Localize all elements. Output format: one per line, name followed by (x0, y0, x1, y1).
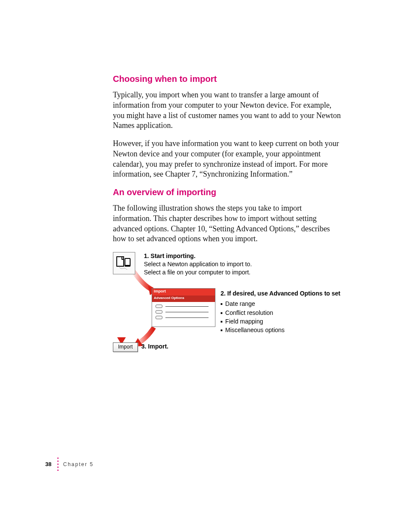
import-button[interactable]: Import (113, 342, 138, 352)
step-1-line: Select a Newton application to import to… (144, 261, 252, 268)
step-2-item: Field mapping (221, 317, 340, 326)
step-1-text: 1. Start importing. Select a Newton appl… (144, 252, 252, 277)
step-3-text: 3. Import. (141, 343, 168, 350)
body-paragraph: The following illustration shows the ste… (113, 203, 341, 244)
step-1-title: 1. Start importing. (144, 252, 196, 259)
svg-rect-5 (125, 259, 130, 265)
options-box-title: Import (152, 289, 215, 296)
step-2-text: 2. If desired, use Advanced Options to s… (221, 289, 340, 334)
page-number: 38 (45, 461, 51, 467)
section-heading-overview: An overview of importing (113, 187, 341, 197)
page-footer: 38 Chapter 5 (45, 457, 93, 472)
document-device-icon (113, 252, 135, 274)
step-1-line: Select a file on your computer to import… (144, 269, 250, 276)
step-2-item: Conflict resolution (221, 308, 340, 317)
svg-rect-3 (117, 257, 124, 266)
advanced-options-box: Import Advanced Options (152, 288, 215, 327)
options-box-subtitle: Advanced Options (152, 296, 215, 302)
body-paragraph: However, if you have information you wan… (113, 139, 341, 180)
chapter-label: Chapter 5 (63, 461, 93, 467)
step-2-title: 2. If desired, use Advanced Options to s… (221, 290, 340, 297)
section-heading-choosing: Choosing when to import (113, 74, 341, 84)
footer-dots-icon (57, 457, 59, 472)
body-paragraph: Typically, you import when you want to t… (113, 90, 341, 131)
step-2-item: Date range (221, 299, 340, 308)
import-diagram: 1. Start importing. Select a Newton appl… (113, 252, 346, 364)
step-2-item: Miscellaneous options (221, 326, 340, 334)
